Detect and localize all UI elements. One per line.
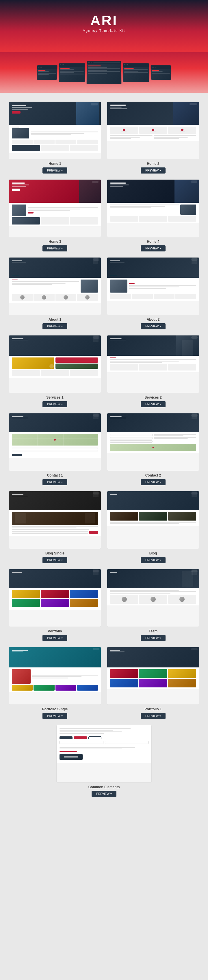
template-preview-blog [107,491,199,549]
template-card-home3: Home 3 PREVIEW ▾ [9,179,101,251]
page-header: ARI Agency Template Kit [0,0,208,52]
template-card-portfolio: Portfolio PREVIEW ▾ [9,569,101,641]
preview-label-portfolio-single: PREVIEW ▾ [47,714,63,718]
template-preview-home1 [9,102,101,159]
preview-button-team[interactable]: PREVIEW ▾ [141,635,165,641]
hero-mockup-area [0,52,208,93]
preview-button-home3[interactable]: PREVIEW ▾ [43,245,67,251]
template-preview-home3 [9,179,101,237]
template-preview-about2 [107,257,199,315]
preview-label-about2: PREVIEW ▾ [145,325,161,328]
template-preview-portfolio1 [107,647,199,705]
template-name-contact2: Contact 2 [145,473,161,477]
template-card-home4: Home 4 PREVIEW ▾ [107,179,199,251]
preview-label-home4: PREVIEW ▾ [145,247,161,250]
preview-button-blog[interactable]: PREVIEW ▾ [141,557,165,563]
brand-subtitle: Agency Template Kit [83,29,125,33]
template-preview-contact2 [107,413,199,471]
template-preview-contact1 [9,413,101,471]
preview-button-blog-single[interactable]: PREVIEW ▾ [43,557,67,563]
preview-button-portfolio1[interactable]: PREVIEW ▾ [141,713,165,719]
preview-label-common-elements: PREVIEW ▾ [96,792,112,795]
preview-button-about2[interactable]: PREVIEW ▾ [141,323,165,329]
preview-label-team: PREVIEW ▾ [145,636,161,640]
mockup-screen-2 [59,63,85,82]
template-name-home2: Home 2 [147,162,159,166]
template-name-portfolio-single: Portfolio Single [42,707,68,711]
template-name-home4: Home 4 [147,240,159,243]
preview-button-portfolio-single[interactable]: PREVIEW ▾ [43,713,67,719]
template-card-services2: Services 2 PREVIEW ▾ [107,335,199,407]
template-card-portfolio-single: Portfolio Single PREVIEW ▾ [9,647,101,719]
template-card-home2: Home 2 PREVIEW ▾ [107,102,199,173]
template-card-services1: Services 1 PREVIEW ▾ [9,335,101,407]
template-preview-about1 [9,257,101,315]
preview-label-blog: PREVIEW ▾ [145,558,161,562]
template-name-blog-single: Blog Single [45,551,65,555]
template-name-services2: Services 2 [145,395,161,399]
preview-label-contact2: PREVIEW ▾ [145,480,161,484]
template-name-about1: About 1 [49,318,61,321]
template-name-portfolio: Portfolio [48,629,62,633]
preview-label-portfolio: PREVIEW ▾ [47,636,63,640]
preview-label-home1: PREVIEW ▾ [47,169,63,172]
preview-label-portfolio1: PREVIEW ▾ [145,714,161,718]
template-name-services1: Services 1 [46,395,63,399]
preview-button-contact2[interactable]: PREVIEW ▾ [141,479,165,485]
template-preview-portfolio-single [9,647,101,705]
preview-label-about1: PREVIEW ▾ [47,325,63,328]
template-name-common-elements: Common Elements [88,785,120,789]
template-preview-home4 [107,179,199,237]
template-name-home3: Home 3 [49,240,61,243]
templates-grid: Home 1 PREVIEW ▾ [9,102,199,719]
template-preview-team [107,569,199,627]
mockup-screen-5 [151,65,171,80]
template-card-about2: About 2 PREVIEW ▾ [107,257,199,329]
common-elements-section: Common Elements PREVIEW ▾ [9,725,199,797]
template-preview-common-elements [56,725,152,783]
preview-button-contact1[interactable]: PREVIEW ▾ [43,479,67,485]
preview-label-blog-single: PREVIEW ▾ [47,558,63,562]
template-card-contact2: Contact 2 PREVIEW ▾ [107,413,199,485]
preview-button-home1[interactable]: PREVIEW ▾ [43,167,67,173]
preview-button-services1[interactable]: PREVIEW ▾ [43,401,67,407]
preview-button-home4[interactable]: PREVIEW ▾ [141,245,165,251]
template-card-portfolio1: Portfolio 1 PREVIEW ▾ [107,647,199,719]
preview-label-services2: PREVIEW ▾ [145,402,161,406]
template-preview-home2 [107,102,199,159]
template-preview-services1 [9,335,101,393]
template-name-about2: About 2 [147,318,160,321]
main-content: Home 1 PREVIEW ▾ [0,93,208,806]
template-card-team: Team PREVIEW ▾ [107,569,199,641]
preview-label-contact1: PREVIEW ▾ [47,480,63,484]
mockup-screen-4 [123,63,149,82]
template-card-blog: Blog PREVIEW ▾ [107,491,199,563]
template-card-common-elements: Common Elements PREVIEW ▾ [56,725,152,797]
template-card-home1: Home 1 PREVIEW ▾ [9,102,101,173]
preview-button-portfolio[interactable]: PREVIEW ▾ [43,635,67,641]
preview-button-common-elements[interactable]: PREVIEW ▾ [91,791,117,797]
template-preview-blog-single [9,491,101,549]
template-preview-services2 [107,335,199,393]
preview-label-home2: PREVIEW ▾ [145,169,161,172]
template-name-team: Team [149,629,158,633]
brand-title: ARI [90,14,118,27]
preview-button-home2[interactable]: PREVIEW ▾ [141,167,165,173]
template-name-home1: Home 1 [49,162,61,166]
preview-label-home3: PREVIEW ▾ [47,247,63,250]
preview-button-services2[interactable]: PREVIEW ▾ [141,401,165,407]
template-card-about1: About 1 PREVIEW ▾ [9,257,101,329]
mockup-screen-1 [37,65,57,80]
preview-button-about1[interactable]: PREVIEW ▾ [43,323,67,329]
template-name-portfolio1: Portfolio 1 [145,707,161,711]
template-card-contact1: Contact 1 PREVIEW ▾ [9,413,101,485]
preview-label-services1: PREVIEW ▾ [47,402,63,406]
template-name-contact1: Contact 1 [47,473,63,477]
template-card-blog-single: Blog Single PREVIEW ▾ [9,491,101,563]
mockup-cluster [37,61,172,84]
template-preview-portfolio [9,569,101,627]
template-name-blog: Blog [149,551,157,555]
mockup-screen-3 [87,61,121,84]
